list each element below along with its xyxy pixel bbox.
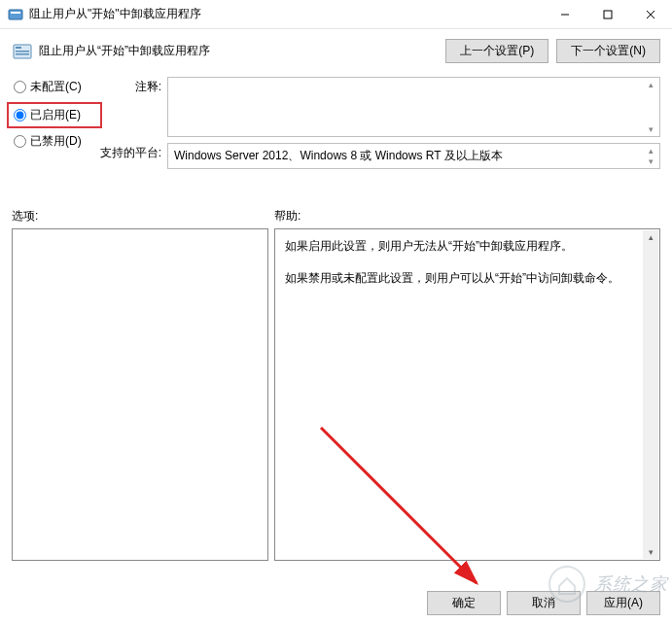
radio-not-configured-label: 未配置(C) [30, 79, 82, 95]
prev-setting-button[interactable]: 上一个设置(P) [445, 39, 548, 63]
options-label: 选项: [12, 208, 268, 225]
help-text-1: 如果启用此设置，则用户无法从“开始”中卸载应用程序。 [285, 237, 650, 256]
radio-enabled-input[interactable] [14, 109, 26, 121]
comment-textarea[interactable]: ▴ ▾ [167, 77, 660, 137]
help-scrollbar[interactable]: ▴ ▾ [643, 230, 658, 559]
svg-rect-1 [11, 12, 20, 14]
policy-title: 阻止用户从“开始”中卸载应用程序 [39, 43, 445, 59]
close-button[interactable] [629, 0, 672, 29]
apply-button[interactable]: 应用(A) [586, 591, 660, 615]
svg-rect-0 [9, 10, 22, 19]
scroll-down-icon: ▾ [644, 124, 657, 134]
policy-icon [12, 41, 33, 62]
app-icon [8, 7, 23, 22]
dialog-footer: 确定 取消 应用(A) [427, 591, 660, 615]
help-label: 帮助: [274, 208, 660, 225]
radio-not-configured[interactable]: 未配置(C) [12, 79, 99, 95]
window-title: 阻止用户从"开始"中卸载应用程序 [29, 6, 544, 22]
help-text-2: 如果禁用或未配置此设置，则用户可以从“开始”中访问卸载命令。 [285, 269, 650, 288]
scroll-up-icon: ▴ [644, 146, 657, 156]
platform-label: 支持的平台: [99, 143, 167, 161]
platform-value: Windows Server 2012、Windows 8 或 Windows … [174, 149, 503, 162]
scroll-up-icon: ▴ [649, 230, 654, 244]
titlebar: 阻止用户从"开始"中卸载应用程序 [0, 0, 672, 29]
radio-enabled[interactable]: 已启用(E) [10, 105, 99, 125]
window-buttons [544, 0, 672, 29]
comment-label: 注释: [99, 77, 167, 95]
svg-rect-9 [16, 53, 29, 55]
svg-rect-3 [604, 11, 612, 18]
radio-group: 未配置(C) 已启用(E) 已禁用(D) [12, 77, 99, 175]
header-row: 阻止用户从“开始”中卸载应用程序 上一个设置(P) 下一个设置(N) [12, 39, 660, 63]
next-setting-button[interactable]: 下一个设置(N) [556, 39, 660, 63]
cancel-button[interactable]: 取消 [507, 591, 581, 615]
svg-rect-8 [16, 51, 29, 52]
minimize-button[interactable] [544, 0, 586, 29]
help-panel: 如果启用此设置，则用户无法从“开始”中卸载应用程序。 如果禁用或未配置此设置，则… [274, 228, 660, 561]
scroll-up-icon: ▴ [644, 80, 657, 89]
scroll-down-icon: ▾ [649, 545, 654, 559]
platform-box: Windows Server 2012、Windows 8 或 Windows … [167, 143, 660, 169]
ok-button[interactable]: 确定 [427, 591, 501, 615]
radio-disabled-label: 已禁用(D) [30, 133, 82, 150]
scroll-down-icon: ▾ [644, 156, 657, 166]
radio-disabled[interactable]: 已禁用(D) [12, 133, 99, 150]
radio-not-configured-input[interactable] [14, 81, 26, 93]
radio-disabled-input[interactable] [14, 135, 26, 148]
radio-enabled-label: 已启用(E) [30, 107, 81, 123]
svg-rect-7 [16, 47, 21, 49]
options-panel [12, 228, 268, 561]
maximize-button[interactable] [586, 0, 629, 29]
